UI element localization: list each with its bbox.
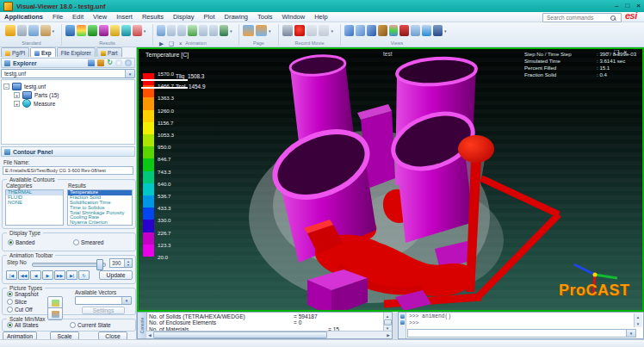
paste-icon[interactable] xyxy=(40,25,51,36)
last-step-button[interactable]: ▶| xyxy=(66,270,77,280)
vectors-combo[interactable]: ▾ xyxy=(75,296,132,305)
menu-tools[interactable]: Tools xyxy=(257,13,274,21)
radio-banded[interactable]: Banded xyxy=(8,239,34,245)
animation-group-dropdown-icon[interactable]: ▾ xyxy=(230,25,233,36)
clear-results-icon[interactable] xyxy=(133,25,142,36)
menu-file[interactable]: File xyxy=(52,13,64,21)
file-name-field[interactable]: E:/Installs/ESI/Test/Body CG 3-600 Rev-0… xyxy=(3,166,133,175)
first-frame-icon[interactable] xyxy=(167,25,176,36)
views-group-dropdown-icon[interactable]: ▾ xyxy=(444,25,448,36)
iso-surface-icon[interactable] xyxy=(99,25,108,36)
radio-snapshot[interactable]: Snapshot xyxy=(7,291,38,297)
minimize-button[interactable]: – xyxy=(615,2,618,10)
results-list[interactable]: Temperature Fraction Solid Solidificatio… xyxy=(67,189,133,226)
dock-restore-icon[interactable]: ❑ xyxy=(169,40,174,47)
spin-down-icon[interactable]: ▼ xyxy=(125,263,132,267)
menu-insert[interactable]: Insert xyxy=(115,13,133,21)
tree-row-parts[interactable]: + Parts (15) xyxy=(14,90,133,99)
model-combo[interactable]: testg.unf ▾ xyxy=(1,69,135,78)
scroll-right-icon[interactable]: ▶ xyxy=(385,332,392,338)
movie-icon[interactable] xyxy=(282,25,293,36)
tree-row-root[interactable]: − testg.unf xyxy=(3,82,133,90)
radio-cutoff[interactable]: Cut Off xyxy=(7,307,32,313)
tab-file-explorer[interactable]: File Explorer xyxy=(57,47,96,57)
next-page-icon[interactable] xyxy=(256,25,267,36)
dock-close-icon[interactable]: × xyxy=(179,40,183,47)
category-item[interactable]: NONE xyxy=(6,201,63,206)
menu-window[interactable]: Window xyxy=(282,13,307,21)
expander-icon[interactable]: + xyxy=(14,92,20,98)
record-group-dropdown-icon[interactable]: ▾ xyxy=(331,25,335,36)
scroll-down-icon[interactable]: ▼ xyxy=(635,320,641,327)
prev-step-button[interactable]: ◀ xyxy=(30,270,41,280)
categories-list[interactable]: THERMAL FLUID NONE xyxy=(5,189,64,226)
iso-view-icon[interactable] xyxy=(344,25,354,36)
tab-part[interactable]: Part xyxy=(96,47,122,57)
play-icon[interactable] xyxy=(188,25,196,36)
next-frame-icon[interactable] xyxy=(199,25,207,36)
py-clear-icon[interactable] xyxy=(400,320,405,325)
search-input[interactable] xyxy=(545,14,610,22)
dock-float-icon[interactable]: ▶ xyxy=(159,40,164,47)
menu-help[interactable]: Help xyxy=(313,13,328,21)
list-mode-icon[interactable] xyxy=(97,59,104,66)
tab-pgpl[interactable]: Pg/Pl xyxy=(1,47,29,57)
result-item[interactable]: Niyama Criterion xyxy=(68,220,132,226)
menu-view[interactable]: View xyxy=(92,13,108,21)
scroll-up-icon[interactable]: ▲ xyxy=(384,313,391,319)
slice-plot-icon[interactable] xyxy=(110,25,120,36)
side-view-icon[interactable] xyxy=(378,25,387,36)
menu-edit[interactable]: Edit xyxy=(71,13,84,21)
menu-drawing[interactable]: Drawing xyxy=(223,13,249,21)
refresh-icon[interactable]: ↻ xyxy=(107,59,113,66)
front-view-icon[interactable] xyxy=(367,25,376,36)
python-input-combo[interactable]: ▾ xyxy=(407,329,636,338)
probe-icon[interactable] xyxy=(121,25,131,36)
sync-icon[interactable] xyxy=(115,59,122,66)
banded-contour-icon[interactable] xyxy=(77,25,86,36)
radio-slice[interactable]: Slice xyxy=(7,299,27,305)
cut-icon[interactable] xyxy=(17,25,28,36)
axes-icon[interactable] xyxy=(389,25,399,36)
add-icon[interactable] xyxy=(125,59,132,66)
prev-page-icon[interactable] xyxy=(243,25,254,36)
scroll-left-icon[interactable]: ◀ xyxy=(146,332,153,338)
command-search[interactable] xyxy=(542,13,622,22)
step-no-spinner[interactable]: 390 ▲▼ xyxy=(109,258,133,268)
vector-plot-icon[interactable] xyxy=(88,25,97,36)
vectors-dropdown-icon[interactable]: ▾ xyxy=(121,297,131,304)
record-icon[interactable] xyxy=(294,25,305,36)
settings-button[interactable]: Settings xyxy=(82,307,125,314)
rewind-button[interactable]: ◀◀ xyxy=(18,270,29,280)
radio-smeared[interactable]: Smeared xyxy=(73,239,103,245)
loop-button[interactable]: ↻ xyxy=(78,270,90,280)
expander-icon[interactable]: + xyxy=(14,101,20,107)
console-hscrollbar[interactable]: ◀ ▶ xyxy=(146,331,392,338)
update-button[interactable]: Update xyxy=(99,270,133,280)
tree-row-measure[interactable]: + Measure xyxy=(14,99,133,108)
close-button[interactable]: × xyxy=(636,2,641,10)
step-slider-handle[interactable] xyxy=(96,259,103,270)
zoom-icon[interactable] xyxy=(411,25,420,36)
tree-filter-icon[interactable] xyxy=(88,59,95,66)
radio-current-state[interactable]: Current State xyxy=(70,322,111,328)
last-frame-icon[interactable] xyxy=(209,25,218,36)
top-view-icon[interactable] xyxy=(356,25,365,36)
menu-display[interactable]: Display xyxy=(172,13,195,21)
stop-icon[interactable] xyxy=(319,25,329,36)
animation-panel-icon[interactable] xyxy=(157,25,165,36)
copy-icon[interactable] xyxy=(28,25,39,36)
page-group-dropdown-icon[interactable]: ▾ xyxy=(269,25,273,36)
python-input-dropdown-icon[interactable]: ▾ xyxy=(626,330,635,337)
menu-results[interactable]: Results xyxy=(141,13,164,21)
viewport-3d[interactable]: Temperature [C] test – ❑ × xyxy=(137,47,644,312)
py-run-icon[interactable] xyxy=(400,314,405,319)
maximize-button[interactable]: □ xyxy=(625,2,629,10)
first-step-button[interactable]: |◀ xyxy=(6,270,17,280)
rotate-view-icon[interactable] xyxy=(399,25,409,36)
prev-frame-icon[interactable] xyxy=(177,25,186,36)
results-group-dropdown-icon[interactable]: ▾ xyxy=(144,25,147,36)
contour-plot-icon[interactable] xyxy=(65,25,75,36)
menu-applications[interactable]: Applications xyxy=(3,13,44,21)
radio-all-states[interactable]: All States xyxy=(7,322,38,328)
